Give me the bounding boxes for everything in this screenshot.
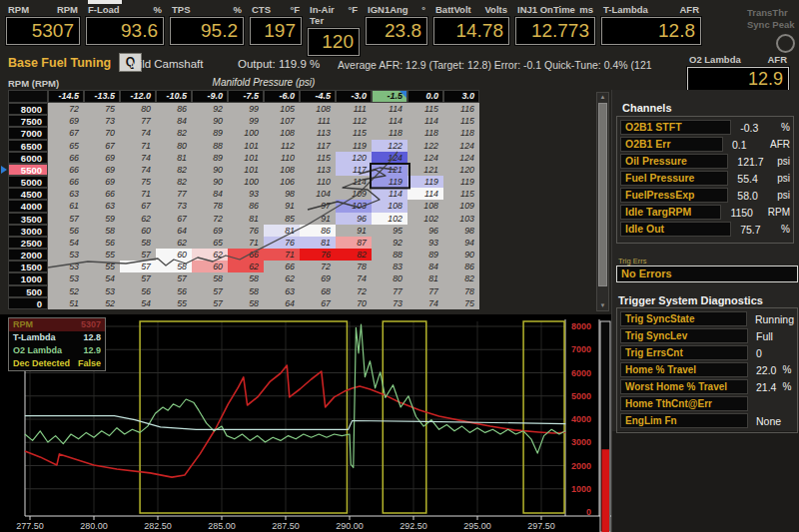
scroll-up-icon[interactable]: ▲ [597, 93, 608, 102]
table-cell[interactable]: 76 [264, 237, 300, 249]
table-cell[interactable]: 122 [372, 140, 407, 152]
table-cell[interactable]: 97 [300, 200, 336, 212]
table-cell[interactable]: 66 [48, 176, 84, 188]
table-cell[interactable]: 86 [228, 200, 264, 212]
table-cell[interactable]: 115 [407, 103, 443, 115]
row-header-1500[interactable]: 1500 [8, 261, 48, 272]
table-cell[interactable]: 55 [84, 261, 120, 272]
legend-row-dec-detected[interactable]: Dec DetectedFalse [9, 357, 105, 370]
row-header-2500[interactable]: 2500 [8, 237, 48, 249]
table-cell[interactable]: 109 [336, 188, 372, 200]
table-cell[interactable]: 54 [120, 297, 156, 309]
table-cell[interactable]: 103 [443, 213, 479, 225]
table-cell[interactable]: 124 [443, 140, 479, 152]
row-header-1000[interactable]: 1000 [8, 272, 48, 284]
table-cell[interactable]: 86 [156, 103, 192, 115]
table-cell[interactable]: 86 [300, 225, 336, 237]
table-cell[interactable]: 78 [443, 285, 479, 297]
table-cell[interactable]: 82 [156, 127, 192, 139]
table-cell[interactable]: 57 [48, 213, 84, 225]
col-header-9-0[interactable]: -9.0 [192, 90, 228, 103]
table-cell[interactable]: 62 [264, 272, 300, 284]
table-cell[interactable]: 98 [443, 225, 479, 237]
table-cell[interactable]: 76 [228, 225, 264, 237]
table-cell[interactable]: 118 [407, 127, 443, 139]
table-cell[interactable]: 83 [372, 261, 407, 272]
row-header-3500[interactable]: 3500 [8, 213, 48, 225]
table-cell[interactable]: 108 [264, 164, 300, 176]
table-cell[interactable]: 82 [156, 164, 192, 176]
gauge-t-lambda[interactable]: T-LambdaAFR12.8 [601, 3, 701, 56]
table-cell[interactable]: 66 [48, 152, 84, 164]
gauge-rpm[interactable]: RPMRPM5307 [6, 3, 80, 56]
datalog-graph[interactable]: RPM5307T-Lambda12.8O2 Lambda12.9Dec Dete… [0, 314, 611, 532]
table-cell[interactable]: 117 [336, 164, 372, 176]
table-cell[interactable]: 94 [443, 237, 479, 249]
table-cell[interactable]: 119 [407, 176, 443, 188]
table-cell[interactable]: 58 [228, 272, 264, 284]
table-cell[interactable]: 81 [228, 213, 264, 225]
table-cell[interactable]: 99 [228, 103, 264, 115]
table-cell[interactable]: 56 [84, 237, 120, 249]
table-cell[interactable]: 69 [300, 272, 336, 284]
table-cell[interactable]: 58 [120, 237, 156, 249]
table-cell[interactable]: 113 [300, 164, 336, 176]
col-header-1-5[interactable]: -1.5 [372, 90, 407, 103]
table-cell[interactable]: 62 [228, 261, 264, 272]
table-cell[interactable]: 53 [48, 261, 84, 272]
table-cell[interactable]: 67 [84, 140, 120, 152]
col-header-4-5[interactable]: -4.5 [300, 90, 336, 103]
row-header-6500[interactable]: 6500 [8, 140, 48, 152]
table-cell[interactable]: 72 [300, 261, 336, 272]
table-cell[interactable]: 74 [336, 272, 372, 284]
gauge-in-air-ter[interactable]: In-Air Ter°F120 [308, 3, 360, 56]
table-cell[interactable]: 77 [407, 285, 443, 297]
table-cell[interactable]: 75 [120, 176, 156, 188]
table-cell[interactable]: 84 [407, 261, 443, 272]
table-cell[interactable]: 124 [407, 152, 443, 164]
table-cell[interactable]: 55 [84, 249, 120, 261]
table-cell[interactable]: 73 [372, 297, 407, 309]
table-cell[interactable]: 77 [120, 115, 156, 127]
table-cell[interactable]: 66 [84, 188, 120, 200]
table-cell[interactable]: 80 [120, 103, 156, 115]
row-header-6000[interactable]: 6000 [8, 152, 48, 164]
table-cell[interactable]: 111 [336, 103, 372, 115]
gauge-battvolt[interactable]: BattVoltVolts14.78 [433, 3, 509, 56]
legend-row-o2-lambda[interactable]: O2 Lambda12.9 [9, 344, 105, 357]
table-cell[interactable]: 114 [372, 103, 407, 115]
table-cell[interactable]: 67 [300, 297, 336, 309]
table-cell[interactable]: 106 [264, 176, 300, 188]
table-cell[interactable]: 77 [156, 188, 192, 200]
table-cell[interactable]: 110 [264, 152, 300, 164]
table-cell[interactable]: 68 [300, 285, 336, 297]
row-header-5000[interactable]: 5000 [8, 176, 48, 188]
table-cell[interactable]: 93 [407, 237, 443, 249]
table-cell[interactable]: 72 [192, 213, 228, 225]
table-cell[interactable]: 95 [372, 225, 407, 237]
table-cell[interactable]: 114 [372, 115, 407, 127]
table-cell[interactable]: 64 [264, 297, 300, 309]
table-cell[interactable]: 89 [192, 152, 228, 164]
table-cell[interactable]: 78 [192, 200, 228, 212]
table-cell[interactable]: 102 [372, 213, 407, 225]
table-cell[interactable]: 91 [336, 225, 372, 237]
table-cell[interactable]: 66 [48, 164, 84, 176]
table-cell[interactable]: 74 [120, 127, 156, 139]
table-cell[interactable]: 67 [156, 213, 192, 225]
table-cell[interactable]: 114 [372, 188, 407, 200]
table-cell[interactable]: 122 [407, 140, 443, 152]
col-header-0-0[interactable]: 0.0 [407, 90, 443, 103]
table-cell[interactable]: 118 [443, 127, 479, 139]
table-cell[interactable]: 92 [192, 103, 228, 115]
table-cell[interactable]: 98 [264, 188, 300, 200]
scrollbar-thumb[interactable] [598, 103, 607, 286]
table-cell[interactable]: 57 [120, 261, 156, 272]
table-cell[interactable]: 53 [48, 272, 84, 284]
table-cell[interactable]: 115 [443, 115, 479, 127]
table-cell[interactable]: 84 [156, 115, 192, 127]
col-header-7-5[interactable]: -7.5 [228, 90, 264, 103]
table-cell[interactable]: 112 [264, 140, 300, 152]
table-cell[interactable]: 62 [120, 213, 156, 225]
table-cell[interactable]: 58 [84, 225, 120, 237]
